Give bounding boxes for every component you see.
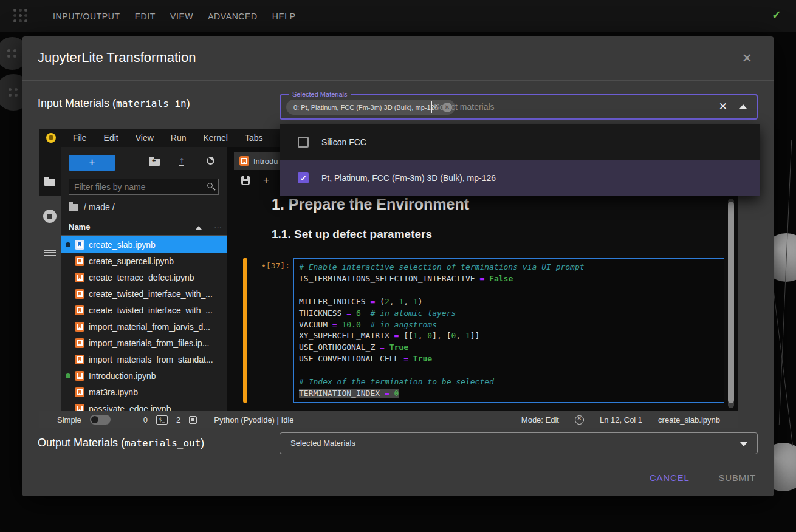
add-cell-icon[interactable]: + [263,174,269,186]
material-chip[interactable]: 0: Pt, Platinum, FCC (Fm-3m) 3D (Bulk), … [286,100,455,115]
jupyterlite-bulb-icon [46,133,56,143]
app-menubar: INPUT/OUTPUTEDITVIEWADVANCEDHELP ✓ [0,0,796,32]
breadcrumb-path: / made / [84,202,115,212]
file-item[interactable]: import_material_from_jarvis_d... [61,318,227,335]
output-select-label: Selected Materials [290,438,355,448]
kernel-status-dot-empty [66,275,70,280]
kernel-status[interactable]: Python (Pyodide) | Idle [214,415,293,425]
code-line: TERMINATION_INDEX = 0 [299,388,719,400]
material-option[interactable]: Silicon FCC [280,124,760,160]
kernel-status-dot-empty [66,324,70,329]
notebook-file-icon [75,404,84,411]
file-name: create_twisted_interface_with_... [89,289,213,299]
file-name: create_terrace_defect.ipynb [89,273,194,282]
mode-indicator[interactable]: Mode: Edit [521,415,559,425]
tab-label: Introdu [253,157,278,166]
file-item[interactable]: import_materials_from_files.ip... [61,335,227,351]
notebook-scrollbar[interactable] [728,199,734,408]
name-column-header[interactable]: Name [69,222,90,231]
simple-mode-toggle[interactable] [90,415,111,425]
file-item[interactable]: Introduction.ipynb [61,367,227,384]
file-item[interactable]: create_supercell.ipynb [61,253,227,269]
file-item[interactable]: create_twisted_interface_with_... [61,302,227,318]
checkbox-checked-icon[interactable] [298,172,309,183]
file-list: create_slab.ipynbcreate_supercell.ipynbc… [61,236,227,411]
notebook-file-icon [75,256,84,266]
jupyter-menu-edit[interactable]: Edit [95,133,127,143]
notebook-file-icon [75,289,84,299]
table-of-contents-icon[interactable] [44,248,56,257]
kernel-icon[interactable] [189,416,197,424]
input-materials-label: Input Materials (materials_in) [38,97,190,110]
markdown-heading-1: 1. Prepare the Environment [272,196,469,213]
code-line: USE_CONVENTIONAL_CELL = True [299,353,719,365]
app-menu-input-output[interactable]: INPUT/OUTPUT [46,12,128,21]
jupyter-sidebar [39,147,61,428]
code-line: # Index of the termination to be selecte… [299,377,719,388]
simple-mode-label: Simple [57,415,81,425]
new-folder-icon[interactable] [149,159,160,166]
checkbox-unchecked-icon[interactable] [298,137,309,148]
material-chip-label: 0: Pt, Platinum, FCC (Fm-3m) 3D (Bulk), … [293,104,438,111]
file-item[interactable]: create_terrace_defect.ipynb [61,269,227,285]
statusbar-filename[interactable]: create_slab.ipynb [658,415,720,425]
more-options-icon[interactable]: ⋯ [214,219,222,236]
file-name: import_materials_from_standat... [89,355,213,364]
material-option-label: Silicon FCC [321,137,366,147]
kernel-status-dot-empty [66,292,70,296]
refresh-icon[interactable] [207,157,214,165]
file-browser-toolbar: + ↑ [61,147,227,177]
file-list-header[interactable]: Name ⋯ [61,219,227,236]
jupyter-menu-kernel[interactable]: Kernel [194,133,236,143]
file-item[interactable]: mat3ra.ipynb [61,384,227,400]
cancel-button[interactable]: CANCEL [650,472,690,483]
file-item[interactable]: import_materials_from_standat... [61,351,227,367]
jupyter-statusbar: Simple 0 $_ 2 Python (Pyodide) | Idle Mo… [39,411,738,428]
submit-button[interactable]: SUBMIT [719,472,756,483]
close-icon[interactable]: ✕ [741,51,752,66]
jupyter-menu-view[interactable]: View [127,133,162,143]
trust-shield-icon[interactable] [575,415,584,425]
kernel-status-dot-empty [66,357,70,362]
file-item[interactable]: create_twisted_interface_with_... [61,285,227,302]
collapse-dropdown-icon[interactable] [739,104,747,109]
jupyter-menu-tabs[interactable]: Tabs [236,133,272,143]
terminal-icon[interactable]: $_ [156,415,168,425]
jupyter-menu-file[interactable]: File [64,133,95,143]
save-icon[interactable] [241,176,250,185]
output-label-prefix: Output Materials ( [38,437,125,449]
code-line: VACUUM = 10.0 # in angstroms [299,319,719,331]
app-menu-edit[interactable]: EDIT [128,12,163,21]
scrollbar-thumb[interactable] [728,202,734,403]
file-item[interactable]: passivate_edge.ipynb [61,400,227,411]
check-icon[interactable]: ✓ [772,8,781,22]
cell-collapser[interactable] [243,258,247,403]
app-menu-advanced[interactable]: ADVANCED [201,12,265,21]
file-browser-icon[interactable] [44,179,55,186]
tab-introduction-notebook[interactable]: Introdu [234,152,283,170]
lattice-edge [779,140,792,425]
upload-icon[interactable]: ↑ [179,155,184,166]
sidebar-lower [39,196,61,428]
app-menu-view[interactable]: VIEW [163,12,201,21]
kernel-status-dot-empty [66,390,70,395]
file-name: create_supercell.ipynb [89,256,174,266]
app-menu-help[interactable]: HELP [265,12,303,21]
code-cell-editor[interactable]: # Enable interactive selection of termin… [293,258,724,403]
kernels-count[interactable]: 2 [176,415,180,425]
output-materials-select[interactable]: Selected Materials [280,432,758,454]
dialog-footer: CANCEL SUBMIT [22,459,774,496]
running-kernels-icon[interactable] [43,210,57,223]
cursor-position[interactable]: Ln 12, Col 1 [600,415,642,425]
file-item[interactable]: create_slab.ipynb [61,236,227,253]
terminals-count[interactable]: 0 [143,415,148,425]
filter-files-input[interactable] [69,179,191,194]
clear-selection-icon[interactable]: ✕ [719,100,727,113]
breadcrumb[interactable]: / made / [69,202,115,212]
notebook-file-icon [75,273,84,282]
material-search-input[interactable] [434,98,665,115]
new-launcher-button[interactable]: + [69,155,115,171]
material-option[interactable]: Pt, Platinum, FCC (Fm-3m) 3D (Bulk), mp-… [280,160,760,196]
jupyter-menu-run[interactable]: Run [162,133,195,143]
selected-materials-field[interactable]: Selected Materials 0: Pt, Platinum, FCC … [280,94,758,120]
